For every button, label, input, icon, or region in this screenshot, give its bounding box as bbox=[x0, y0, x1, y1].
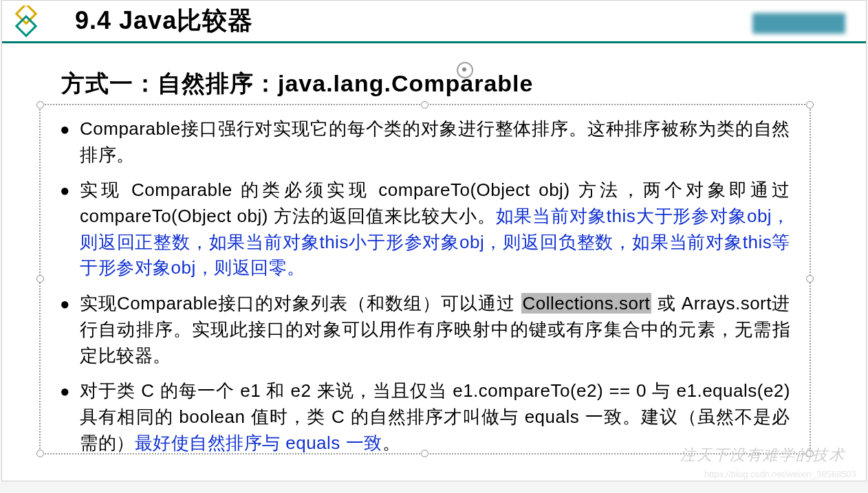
header-badge bbox=[752, 13, 845, 34]
footer-url: https://blog.csdn.net/weixin_38568503 bbox=[704, 469, 856, 479]
bullet-text: Comparable接口强行对实现它的每个类的对象进行整体排序。这种排序被称为类… bbox=[80, 116, 790, 168]
logo-icon bbox=[10, 6, 42, 37]
text-segment: 最好使自然排序与 equals 一致 bbox=[135, 432, 382, 453]
text-segment: 实现Comparable接口的对象列表（和数组）可以通过 bbox=[80, 293, 521, 314]
bullet-marker-icon: ● bbox=[60, 177, 70, 281]
resize-handle-bm[interactable] bbox=[421, 450, 428, 457]
watermark-text: 注天下没有难学的技术 bbox=[680, 445, 845, 465]
bullet-item: ●Comparable接口强行对实现它的每个类的对象进行整体排序。这种排序被称为… bbox=[60, 116, 790, 168]
bullet-marker-icon: ● bbox=[60, 378, 70, 456]
slide: 9.4 Java比较器 方式一：自然排序：java.lang.Comparabl… bbox=[1, 0, 867, 481]
bullet-item: ●实现 Comparable 的类必须实现 compareTo(Object o… bbox=[60, 177, 790, 281]
content-text-box[interactable]: ●Comparable接口强行对实现它的每个类的对象进行整体排序。这种排序被称为… bbox=[39, 104, 811, 454]
bullet-item: ●实现Comparable接口的对象列表（和数组）可以通过 Collection… bbox=[60, 291, 790, 369]
resize-handle-mr[interactable] bbox=[806, 275, 814, 283]
text-segment: Comparable接口强行对实现它的每个类的对象进行整体排序。这种排序被称为类… bbox=[80, 118, 790, 165]
svg-rect-1 bbox=[17, 16, 36, 35]
bullet-list: ●Comparable接口强行对实现它的每个类的对象进行整体排序。这种排序被称为… bbox=[41, 105, 810, 472]
text-segment: Collections.sort bbox=[521, 293, 652, 314]
resize-handle-tl[interactable] bbox=[36, 101, 44, 109]
slide-header: 9.4 Java比较器 bbox=[2, 1, 866, 43]
bullet-text: 实现Comparable接口的对象列表（和数组）可以通过 Collections… bbox=[80, 291, 790, 369]
svg-rect-0 bbox=[17, 6, 36, 23]
bullet-marker-icon: ● bbox=[60, 116, 70, 168]
text-segment: 。 bbox=[382, 432, 401, 453]
section-name: Java比较器 bbox=[119, 6, 253, 34]
bullet-marker-icon: ● bbox=[60, 291, 70, 369]
resize-handle-tr[interactable] bbox=[806, 101, 814, 109]
rotate-handle-icon[interactable] bbox=[456, 61, 471, 76]
section-title: 9.4 Java比较器 bbox=[75, 4, 253, 38]
slide-subtitle: 方式一：自然排序：java.lang.Comparable bbox=[61, 68, 866, 100]
resize-handle-bl[interactable] bbox=[36, 450, 44, 457]
bullet-text: 实现 Comparable 的类必须实现 compareTo(Object ob… bbox=[80, 177, 790, 281]
section-number: 9.4 bbox=[75, 6, 111, 34]
resize-handle-ml[interactable] bbox=[36, 275, 44, 283]
resize-handle-tm[interactable] bbox=[421, 101, 428, 109]
